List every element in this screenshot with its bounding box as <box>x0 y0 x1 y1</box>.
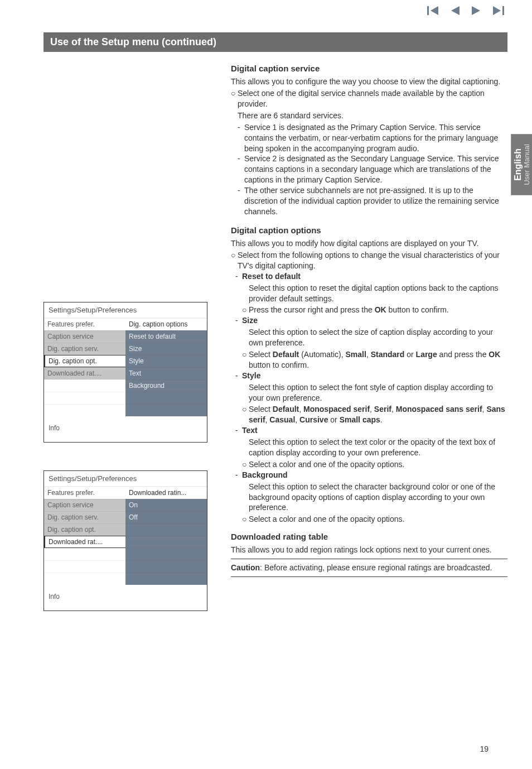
body-text: Select one of the digital service channe… <box>238 88 507 109</box>
option-head-text: Text <box>242 425 258 436</box>
dash-icon: - <box>238 122 244 154</box>
svg-marker-3 <box>472 6 480 15</box>
bullet-icon: ○ <box>231 250 238 271</box>
option-head-style: Style <box>242 371 260 381</box>
bullet-icon: ○ <box>242 305 249 315</box>
bullet-icon: ○ <box>242 514 249 525</box>
menu-right-item[interactable]: On <box>125 499 207 511</box>
menu-left-item[interactable]: Caption service <box>44 330 125 343</box>
first-page-icon[interactable] <box>427 6 439 16</box>
menu-left-header: Features prefer. <box>44 487 125 499</box>
heading-downloaded-rating-table: Downloaded rating table <box>231 531 507 542</box>
dash-icon: - <box>235 425 242 436</box>
divider <box>231 559 507 559</box>
menu-right-item[interactable]: Text <box>125 367 207 379</box>
menu-right-header: Dig. caption options <box>125 318 207 330</box>
svg-marker-4 <box>493 6 501 15</box>
body-text: Select this option to select the charact… <box>231 482 507 513</box>
bullet-icon: ○ <box>242 349 249 371</box>
body-text: Select this option to select the size of… <box>231 327 507 348</box>
svg-rect-0 <box>427 6 429 15</box>
body-text: Press the cursor right and press the OK … <box>249 305 449 315</box>
menu-left-item-selected[interactable]: Dig. caption opt. <box>44 355 125 367</box>
menu-left-item[interactable]: Downloaded rat.... <box>44 367 125 379</box>
option-head-reset: Reset to default <box>242 271 301 282</box>
prev-page-icon[interactable] <box>449 6 461 16</box>
divider <box>231 576 507 577</box>
body-text: Service 1 is designated as the Primary C… <box>244 122 507 154</box>
language-side-tab: English User Manual <box>511 134 532 195</box>
bullet-icon: ○ <box>231 88 238 109</box>
body-text: Select a color and one of the opacity op… <box>249 514 404 525</box>
heading-digital-caption-service: Digital caption service <box>231 63 507 74</box>
menu-left-item[interactable]: Dig. caption opt. <box>44 523 125 536</box>
body-text: Select from the following options to cha… <box>238 250 507 271</box>
body-text: Select this option to select the font st… <box>231 382 507 403</box>
menu-left-header: Features prefer. <box>44 318 125 330</box>
dash-icon: - <box>235 371 242 381</box>
menu-right-item[interactable]: Background <box>125 379 207 392</box>
body-text: Select this option to select the text co… <box>231 437 507 458</box>
dash-icon: - <box>235 271 242 282</box>
dash-icon: - <box>238 153 244 185</box>
menu-info: Info <box>44 585 207 611</box>
side-tab-sub: User Manual <box>522 144 530 185</box>
menu-title: Settings/Setup/Preferences <box>44 471 207 487</box>
menu-info: Info <box>44 416 207 442</box>
menu-left-item[interactable]: Dig. caption serv. <box>44 343 125 355</box>
page-number: 19 <box>480 744 489 753</box>
menu-left-item[interactable]: Dig. caption serv. <box>44 511 125 523</box>
heading-digital-caption-options: Digital caption options <box>231 225 507 236</box>
menu-right-item[interactable]: Style <box>125 355 207 367</box>
body-text: Select Default, Monospaced serif, Serif,… <box>249 404 507 425</box>
dash-icon: - <box>235 470 242 480</box>
body-text: Select Default (Automatic), Small, Stand… <box>249 349 507 371</box>
body-text: This allows you to configure the way you… <box>231 76 507 87</box>
dash-icon: - <box>235 315 242 326</box>
body-text: There are 6 standard services. <box>231 110 507 121</box>
svg-marker-1 <box>431 6 438 15</box>
option-head-background: Background <box>242 470 288 480</box>
svg-rect-5 <box>502 6 504 15</box>
preferences-menu-dig-caption-options: Settings/Setup/Preferences Features pref… <box>43 302 207 443</box>
bullet-icon: ○ <box>242 404 249 425</box>
menu-right-header: Downloaded ratin... <box>125 487 207 499</box>
next-page-icon[interactable] <box>471 6 482 16</box>
last-page-icon[interactable] <box>492 6 504 16</box>
menu-left-item[interactable]: Caption service <box>44 499 125 511</box>
menu-title: Settings/Setup/Preferences <box>44 302 207 318</box>
body-text: The other service subchannels are not pr… <box>244 185 507 217</box>
svg-marker-2 <box>451 6 460 15</box>
body-text: Select this option to reset the digital … <box>231 283 507 304</box>
body-text: This allows you to modify how digital ca… <box>231 238 507 249</box>
body-text: Service 2 is designated as the Secondary… <box>244 153 507 185</box>
preferences-menu-downloaded-rating: Settings/Setup/Preferences Features pref… <box>43 470 207 611</box>
menu-right-item[interactable]: Off <box>125 511 207 523</box>
body-text: This allows you to add region ratings lo… <box>231 545 507 555</box>
side-tab-language: English <box>513 148 523 181</box>
pdf-nav-bar <box>427 6 504 16</box>
menu-right-item[interactable]: Reset to default <box>125 330 207 343</box>
section-banner: Use of the Setup menu (continued) <box>43 32 507 52</box>
body-text: Select a color and one of the opacity op… <box>249 459 404 470</box>
caution-text: Caution: Before activating, please ensur… <box>231 563 507 573</box>
option-head-size: Size <box>242 315 258 326</box>
menu-left-item-selected[interactable]: Downloaded rat.... <box>44 536 125 548</box>
dash-icon: - <box>238 185 244 217</box>
bullet-icon: ○ <box>242 459 249 470</box>
menu-right-item[interactable]: Size <box>125 343 207 355</box>
